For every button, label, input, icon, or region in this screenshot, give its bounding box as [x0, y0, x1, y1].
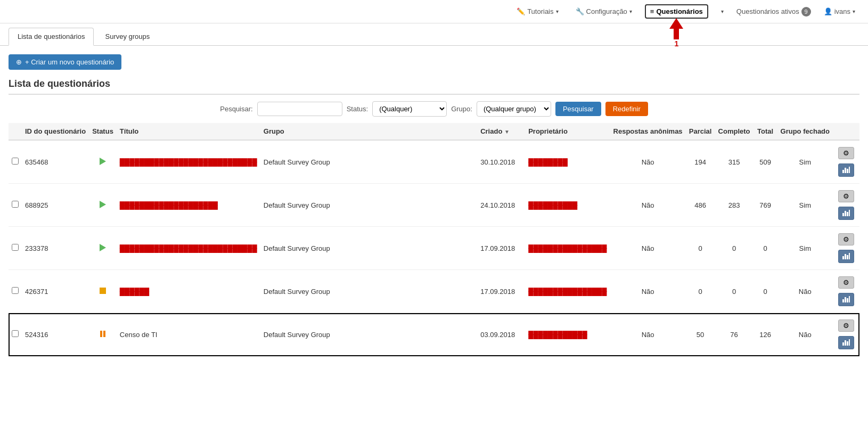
row-closed: Não	[777, 313, 833, 356]
config-nav[interactable]: 🔧 Configuração ▾	[571, 5, 636, 18]
row-created: 17.09.2018	[477, 227, 525, 270]
row-checkbox[interactable]	[12, 330, 19, 337]
row-owner: ████████████████	[525, 227, 610, 270]
actions-wrapper: ⚙	[836, 189, 856, 221]
row-title[interactable]: Censo de TI	[117, 313, 260, 356]
table-body: 635468████████████████████████████Defaul…	[9, 140, 859, 356]
list-icon: ≡	[650, 7, 654, 15]
th-closed-label: Grupo fechado	[781, 127, 830, 135]
play-icon	[100, 244, 106, 251]
th-created[interactable]: Criado ▼	[477, 123, 525, 140]
row-created: 24.10.2018	[477, 184, 525, 227]
status-select[interactable]: (Qualquer)	[372, 101, 447, 117]
row-id: 233378	[22, 227, 89, 270]
row-complete: 0	[715, 270, 754, 313]
tab-survey-groups[interactable]: Survey groups	[96, 28, 159, 45]
row-title[interactable]: ██████	[117, 270, 260, 313]
gear-button[interactable]: ⚙	[838, 276, 854, 289]
tab-survey-groups-label: Survey groups	[105, 32, 150, 40]
user-icon: 👤	[824, 7, 832, 15]
row-id: 524316	[22, 313, 89, 356]
row-created: 17.09.2018	[477, 270, 525, 313]
row-anon: Não	[610, 313, 686, 356]
questionnaires-nav[interactable]: ≡ Questionários	[645, 4, 708, 19]
row-complete: 283	[715, 184, 754, 227]
table-header-row: ID do questionário Status Título Grupo C…	[9, 123, 859, 140]
gear-button[interactable]: ⚙	[838, 147, 854, 159]
search-btn-label: Pesquisar	[563, 105, 594, 113]
chart-button[interactable]	[838, 250, 854, 263]
reset-button[interactable]: Redefinir	[605, 102, 648, 116]
status-label: Status:	[347, 105, 368, 113]
questionnaires-caret: ▾	[721, 9, 724, 14]
th-created-label: Criado	[480, 127, 502, 135]
search-input[interactable]	[257, 102, 342, 116]
row-owner: ████████████████	[525, 270, 610, 313]
row-title[interactable]: ████████████████████████████	[117, 227, 260, 270]
row-group: Default Survey Group	[260, 227, 477, 270]
play-icon	[100, 201, 106, 208]
row-checkbox[interactable]	[12, 158, 19, 165]
th-status: Status	[89, 123, 117, 140]
gear-button[interactable]: ⚙	[838, 233, 854, 245]
chart-button[interactable]	[838, 293, 854, 306]
table-row: 524316Censo de TIDefault Survey Group03.…	[9, 313, 859, 356]
row-owner: ████████	[525, 140, 610, 184]
th-title-label: Título	[120, 127, 138, 135]
svg-rect-8	[849, 210, 850, 216]
tab-list[interactable]: Lista de questionários	[9, 28, 94, 46]
group-select[interactable]: (Qualquer grupo)	[477, 101, 551, 117]
row-group: Default Survey Group	[260, 313, 477, 356]
row-anon: Não	[610, 227, 686, 270]
user-label: ivans	[834, 7, 850, 15]
svg-rect-13	[842, 299, 844, 302]
th-total: Total	[754, 123, 777, 140]
row-id: 635468	[22, 140, 89, 184]
row-created: 30.10.2018	[477, 140, 525, 184]
row-total: 509	[754, 140, 777, 184]
tutorials-nav[interactable]: ✏️ Tutoriais ▾	[512, 5, 562, 18]
gear-button[interactable]: ⚙	[838, 320, 854, 332]
search-button[interactable]: Pesquisar	[555, 102, 601, 116]
row-actions: ⚙	[833, 140, 859, 184]
row-checkbox[interactable]	[12, 244, 19, 251]
row-checkbox-cell	[9, 227, 22, 270]
chart-button[interactable]	[838, 336, 854, 349]
create-questionnaire-button[interactable]: ⊕ + Criar um novo questionário	[9, 54, 121, 70]
svg-rect-15	[847, 298, 848, 302]
row-partial: 0	[686, 227, 715, 270]
active-count-badge: 9	[801, 7, 811, 17]
user-caret: ▾	[853, 9, 855, 14]
active-questionnaires-nav[interactable]: Questionários ativos 9	[736, 7, 811, 17]
row-closed: Sim	[777, 184, 833, 227]
row-owner: ████████████	[525, 313, 610, 356]
questionnaires-dropdown-btn[interactable]: ▾	[717, 6, 728, 17]
chart-button[interactable]	[838, 207, 854, 220]
row-checkbox[interactable]	[12, 201, 19, 208]
row-closed: Sim	[777, 227, 833, 270]
row-title[interactable]: ████████████████████	[117, 184, 260, 227]
row-checkbox-cell	[9, 270, 22, 313]
tab-list-label: Lista de questionários	[18, 32, 85, 40]
section-title-text: Lista de questionários	[9, 78, 110, 89]
th-total-label: Total	[757, 127, 773, 135]
row-group: Default Survey Group	[260, 270, 477, 313]
section-title: Lista de questionários	[9, 78, 859, 95]
sort-icon: ▼	[504, 129, 510, 135]
filter-bar: Pesquisar: Status: (Qualquer) Grupo: (Qu…	[9, 101, 859, 117]
row-checkbox[interactable]	[12, 287, 19, 294]
create-button-label: + Criar um novo questionário	[25, 58, 114, 66]
row-title[interactable]: ████████████████████████████	[117, 140, 260, 184]
th-title: Título	[117, 123, 260, 140]
config-label: Configuração	[586, 7, 627, 15]
row-complete: 315	[715, 140, 754, 184]
row-anon: Não	[610, 184, 686, 227]
svg-rect-9	[842, 256, 844, 259]
chart-button[interactable]	[838, 163, 854, 177]
page-tabs: Lista de questionários Survey groups	[0, 28, 868, 46]
svg-rect-17	[842, 342, 844, 346]
svg-rect-19	[847, 341, 848, 346]
gear-button[interactable]: ⚙	[838, 190, 854, 202]
user-nav[interactable]: 👤 ivans ▾	[820, 5, 859, 18]
th-anon: Respostas anônimas	[610, 123, 686, 140]
